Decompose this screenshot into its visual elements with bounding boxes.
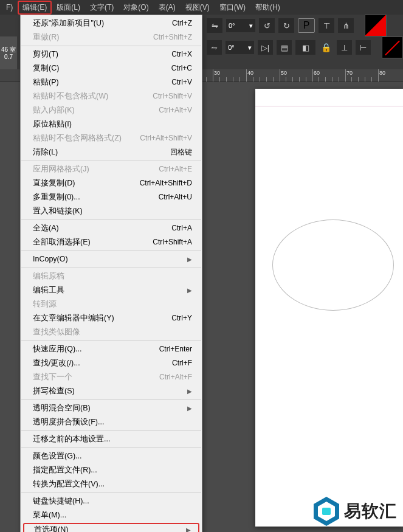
menu-item-label: 粘贴时不包含网格格式(Z)	[33, 133, 122, 143]
menu-item-label: 键盘快捷键(H)...	[33, 496, 89, 506]
menu-item-15[interactable]: 置入和链接(K)	[21, 204, 202, 218]
menu-separator	[21, 430, 201, 431]
menu-item-label: 查找/更改(/)...	[33, 358, 80, 368]
rotate-ccw-icon[interactable]: ↺	[259, 18, 275, 33]
menu-text[interactable]: 文字(T)	[85, 1, 119, 15]
align-bottom-icon[interactable]: ⊥	[337, 40, 352, 55]
ruler-tick-label: 60	[314, 70, 320, 76]
lock-icon[interactable]: 🔒	[319, 43, 333, 52]
menu-item-14[interactable]: 多重复制(0)...Ctrl+Alt+U	[21, 190, 202, 204]
watermark: 易软汇	[314, 497, 397, 526]
flip-vertical-icon[interactable]: ⥊	[207, 40, 222, 55]
menu-separator	[21, 250, 201, 251]
menu-window[interactable]: 窗口(W)	[215, 1, 250, 15]
menu-item-17[interactable]: 全选(A)Ctrl+A	[21, 221, 202, 235]
menu-item-label: 拼写检查(S)	[33, 386, 75, 396]
menu-item-shortcut: Ctrl+Alt+U	[159, 192, 192, 202]
ruler-tick-label: 40	[247, 70, 253, 76]
menu-item-label: 透明度拼合预设(F)...	[33, 417, 104, 427]
menu-item-36[interactable]: 迁移之前的本地设置...	[21, 432, 202, 446]
rotate-cw-icon[interactable]: ↻	[278, 18, 294, 33]
align-top-icon[interactable]: ⊤	[319, 18, 334, 33]
menu-item-shortcut: Ctrl+V	[171, 77, 192, 88]
stroke-swatch[interactable]	[382, 36, 403, 58]
menu-item-label: 重做(R)	[33, 32, 59, 43]
menu-edit[interactable]: 编辑(E)	[18, 1, 52, 15]
ruler-tick	[378, 69, 379, 81]
menu-item-34[interactable]: 透明度拼合预设(F)...	[21, 415, 202, 429]
menu-view[interactable]: 视图(V)	[181, 1, 215, 15]
menu-separator	[21, 219, 201, 220]
menu-item-23[interactable]: 编辑工具▶	[21, 283, 202, 297]
menu-item-label: 编辑原稿	[33, 271, 64, 282]
ruler-tick	[280, 69, 280, 81]
menu-item-28[interactable]: 快速应用(Q)...Ctrl+Enter	[21, 342, 202, 356]
distribute-v-icon[interactable]: ⋔	[338, 18, 354, 33]
blend-mode-icon[interactable]: ◧	[295, 40, 315, 55]
menu-item-13[interactable]: 直接复制(D)Ctrl+Alt+Shift+D	[21, 176, 202, 190]
menu-item-8[interactable]: 原位粘贴(I)	[21, 117, 202, 131]
submenu-arrow-icon: ▶	[187, 403, 192, 413]
play-start-icon[interactable]: ▷|	[258, 40, 273, 55]
fill-swatch[interactable]	[365, 15, 387, 36]
menu-item-shortcut: Ctrl+Alt+F	[159, 372, 192, 382]
menu-item-label: 还原"添加新项目"(U)	[33, 18, 104, 29]
menu-item-18[interactable]: 全部取消选择(E)Ctrl+Shift+A	[21, 235, 202, 249]
menu-item-3[interactable]: 剪切(T)Ctrl+X	[21, 47, 202, 61]
rotation-dropdown-2[interactable]: 0°▾	[226, 41, 254, 54]
page-margin-guide	[255, 106, 403, 527]
menu-separator	[21, 161, 201, 161]
menu-item-shortcut: Ctrl+C	[171, 63, 192, 74]
ruler-tick-label: 50	[281, 70, 287, 76]
submenu-arrow-icon: ▶	[186, 525, 191, 532]
watermark-icon	[314, 497, 339, 526]
flip-horizontal-icon[interactable]: ⇋	[207, 18, 222, 33]
ruler-tick-label: 70	[346, 70, 353, 76]
menu-item-25[interactable]: 在文章编辑器中编辑(Y)Ctrl+Y	[21, 311, 202, 325]
menu-item-label: 菜单(M)...	[33, 510, 66, 520]
menu-item-39[interactable]: 指定配置文件(R)...	[21, 463, 202, 477]
gradient-icon[interactable]: ▤	[277, 40, 292, 55]
menu-item-20[interactable]: InCopy(O)▶	[21, 252, 202, 266]
menu-separator	[21, 399, 201, 400]
menu-item-label: 粘贴时不包含格式(W)	[33, 91, 108, 102]
menu-separator	[21, 46, 201, 46]
menu-item-label: 在文章编辑器中编辑(Y)	[33, 313, 114, 323]
menu-item-43[interactable]: 菜单(M)...	[21, 508, 202, 522]
menu-item-shortcut: Ctrl+Y	[171, 313, 192, 323]
rotation-dropdown-1[interactable]: 0°▾	[226, 19, 255, 32]
menu-item-31[interactable]: 拼写检查(S)▶	[21, 384, 202, 398]
menu-item-38[interactable]: 颜色设置(G)...	[21, 449, 202, 463]
menu-item-10[interactable]: 清除(L)回格键	[21, 145, 202, 159]
menu-item-label: 透明混合空间(B)	[33, 403, 91, 413]
menu-item-29[interactable]: 查找/更改(/)...Ctrl+F	[21, 356, 202, 370]
menu-item-label: 快速应用(Q)...	[33, 344, 81, 354]
menu-item-40[interactable]: 转换为配置文件(V)...	[21, 477, 202, 491]
menu-object[interactable]: 对象(O)	[119, 1, 153, 15]
menu-table[interactable]: 表(A)	[154, 1, 181, 15]
distribute-h-icon[interactable]: ⊢	[356, 40, 371, 55]
ruler-tick	[345, 69, 346, 81]
menu-item-label: 转换为配置文件(V)...	[33, 479, 105, 489]
menu-item-shortcut: Ctrl+Shift+Z	[153, 32, 192, 43]
menu-item-22: 编辑原稿	[21, 269, 202, 283]
paragraph-icon[interactable]: P	[298, 18, 315, 33]
menu-item-6: 粘贴时不包含格式(W)Ctrl+Shift+V	[21, 89, 202, 103]
menu-help[interactable]: 帮助(H)	[250, 1, 285, 15]
page[interactable]	[255, 89, 403, 527]
ruler-tick-label: 30	[214, 70, 220, 76]
menu-layout[interactable]: 版面(L)	[52, 1, 85, 15]
menu-item-shortcut: Ctrl+Alt+Shift+V	[140, 133, 192, 143]
ellipse-object[interactable]	[272, 219, 394, 311]
menu-item-label: 转到源	[33, 299, 57, 309]
submenu-arrow-icon: ▶	[187, 254, 192, 264]
menu-item-33[interactable]: 透明混合空间(B)▶	[21, 401, 202, 415]
menu-item-4[interactable]: 复制(C)Ctrl+C	[21, 61, 202, 75]
menu-item-label: 指定配置文件(R)...	[33, 465, 97, 475]
menu-item-0[interactable]: 还原"添加新项目"(U)Ctrl+Z	[21, 16, 202, 30]
menu-item-5[interactable]: 粘贴(P)Ctrl+V	[21, 75, 202, 89]
menu-item-42[interactable]: 键盘快捷键(H)...	[21, 494, 202, 508]
menu-item-shortcut: Ctrl+Shift+V	[153, 91, 192, 102]
menu-item-44[interactable]: 首选项(N)▶	[23, 523, 199, 532]
menu-file[interactable]: F)	[1, 1, 18, 13]
